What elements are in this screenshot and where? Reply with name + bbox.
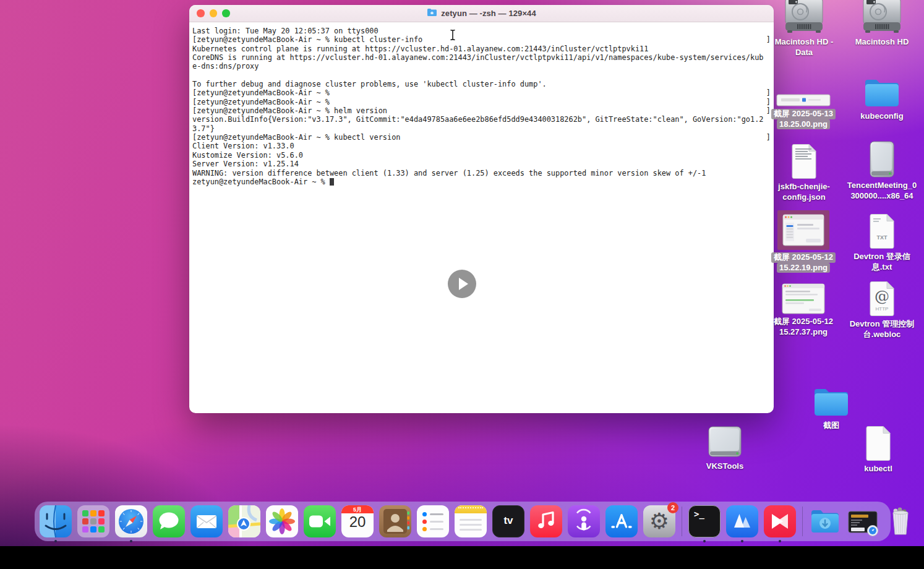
running-indicator-dot — [779, 540, 781, 542]
dock-item-red-media-app-icon[interactable] — [764, 505, 796, 537]
terminal-output[interactable]: Last login: Tue May 20 12:05:37 on ttys0… — [189, 22, 774, 186]
thumb-wide-icon — [776, 79, 831, 106]
window-titlebar[interactable]: zetyun — -zsh — 129×44 — [189, 5, 774, 22]
ext-drive-icon — [868, 140, 896, 178]
video-play-button[interactable] — [448, 270, 476, 298]
desktop-icon-kubectl-file[interactable]: kubectl — [836, 423, 920, 474]
folder-icon — [812, 382, 850, 418]
desktop-icon-label: kubectl — [862, 464, 895, 474]
terminal-line: zetyun@zetyundeMacBook-Air ~ % — [192, 178, 771, 186]
desktop-icon-screenshot-2025-05-13-18-25-00-png[interactable]: 截屏 2025-05-1318.25.00.png — [761, 79, 845, 129]
terminal-line: Kustomize Version: v5.6.0 — [192, 151, 771, 160]
terminal-line: 3.7"} — [192, 124, 771, 133]
terminal-line: Kubernetes control plane is running at h… — [192, 45, 771, 53]
terminal-line: version.BuildInfo{Version:"v3.17.3", Git… — [192, 115, 771, 124]
desktop-icon-label: 截屏 2025-05-1318.25.00.png — [771, 109, 836, 129]
desktop-icon-label: Devtron 登录信息.txt — [851, 252, 913, 272]
dock-item-terminal-icon[interactable]: >_ — [688, 505, 721, 537]
desktop-icon-label: kubeconfig — [858, 111, 905, 122]
zoom-button[interactable] — [222, 9, 230, 17]
dock-item-maps-icon[interactable] — [228, 505, 260, 537]
play-triangle-icon — [459, 278, 468, 290]
terminal-line — [192, 71, 771, 80]
desktop-icon-screenshot-2025-05-12-15-22-19-png[interactable]: 截屏 2025-05-1215.22.19.png — [761, 208, 845, 273]
dock-item-trash-full-icon[interactable] — [884, 505, 917, 537]
desktop-icon-macintosh-hd-data[interactable]: Macintosh HD -Data — [762, 0, 846, 58]
dock-item-safari-icon[interactable] — [115, 505, 147, 537]
ext-drive-h-icon — [706, 423, 743, 459]
dock-item-contacts-icon[interactable] — [379, 505, 411, 537]
folder-icon — [863, 73, 901, 109]
dock-item-minimized-safari-window-icon[interactable] — [847, 505, 879, 537]
desktop-icon-vkstools-drive[interactable]: VKSTools — [683, 423, 767, 472]
dock-item-reminders-icon[interactable] — [417, 505, 449, 537]
terminal-window[interactable]: zetyun — -zsh — 129×44 Last login: Tue M… — [189, 5, 774, 413]
desktop-icon-label: TencentMeeting_0300000....x86_64 — [845, 181, 919, 201]
thumb-shot-icon — [777, 208, 829, 250]
dock-item-notes-icon[interactable] — [455, 505, 487, 537]
close-button[interactable] — [197, 9, 205, 17]
terminal-line: e-dns:dns/proxy — [192, 62, 771, 71]
dock-item-tencent-meeting-icon[interactable] — [726, 505, 758, 537]
desktop-icon-jskfb-chenjie-config-json[interactable]: jskfb-chenjie-config.json — [762, 141, 846, 202]
dock-item-podcasts-icon[interactable] — [568, 505, 600, 537]
notification-badge: 2 — [667, 502, 678, 513]
desktop: zetyun — -zsh — 129×44 Last login: Tue M… — [0, 0, 924, 569]
terminal-line: [zetyun@zetyundeMacBook-Air ~ %] — [192, 98, 771, 106]
desktop-icon-kubeconfig-folder[interactable]: kubeconfig — [840, 73, 924, 122]
running-indicator-dot — [54, 540, 57, 542]
dock-item-launchpad-icon[interactable] — [77, 505, 109, 537]
dock: 5月 20 tv ⚙ 2 >_ — [35, 502, 891, 541]
terminal-line: [zetyun@zetyundeMacBook-Air ~ % kubectl … — [192, 35, 771, 44]
window-title: zetyun — -zsh — 129×44 — [441, 9, 536, 18]
internal-drive-icon — [784, 0, 824, 35]
dock-item-facetime-icon[interactable] — [304, 505, 336, 537]
minimize-button[interactable] — [210, 9, 218, 17]
doc-webloc-icon: @ HTTP — [868, 278, 896, 317]
prompt-glyph: >_ — [694, 509, 704, 519]
doc-blank-icon — [864, 423, 892, 461]
dock-item-messages-icon[interactable] — [153, 505, 185, 537]
thumb-white-icon — [782, 282, 825, 314]
dock-item-music-icon[interactable] — [530, 505, 562, 537]
desktop-icon-macintosh-hd[interactable]: Macintosh HD — [840, 0, 924, 48]
calendar-day-label: 20 — [341, 513, 374, 531]
desktop-icon-label: Devtron 管理控制台.webloc — [847, 319, 917, 340]
dock-item-finder-icon[interactable] — [40, 505, 72, 537]
running-indicator-dot — [130, 540, 132, 542]
svg-text:TXT: TXT — [877, 234, 888, 241]
terminal-line: CoreDNS is running at https://vcluster.h… — [192, 53, 771, 62]
dock-item-calendar-icon[interactable]: 5月 20 — [341, 505, 374, 537]
dock-divider — [682, 507, 682, 536]
doc-json-icon — [790, 141, 818, 179]
home-folder-icon — [427, 8, 437, 19]
traffic-lights — [197, 5, 230, 22]
letterbox-bar — [0, 546, 924, 569]
dock-item-appstore-icon[interactable] — [605, 505, 638, 537]
terminal-line: [zetyun@zetyundeMacBook-Air ~ % kubectl … — [192, 133, 771, 142]
running-indicator-dot — [741, 540, 743, 542]
desktop-icon-label: Macintosh HD — [853, 37, 912, 48]
desktop-icon-screenshot-2025-05-12-15-27-37-png[interactable]: 截屏 2025-05-1215.27.37.png — [761, 282, 845, 337]
terminal-line: Client Version: v1.33.0 — [192, 142, 771, 150]
dock-item-mail-icon[interactable] — [190, 505, 223, 537]
internal-drive-icon — [862, 0, 902, 35]
dock-item-settings-icon[interactable]: ⚙ 2 — [643, 505, 675, 537]
desktop-icon-label: VKSTools — [704, 461, 746, 472]
terminal-line: To further debug and diagnose cluster pr… — [192, 80, 771, 88]
terminal-line: Server Version: v1.25.14 — [192, 160, 771, 168]
desktop-icon-devtron-console-webloc[interactable]: @ HTTPDevtron 管理控制台.webloc — [840, 278, 924, 340]
svg-text:@: @ — [875, 288, 889, 305]
dock-item-downloads-folder-icon[interactable] — [809, 505, 841, 537]
doc-txt-icon: TXT — [868, 211, 896, 249]
desktop-icon-label: jskfb-chenjie-config.json — [776, 182, 832, 202]
dock-divider — [802, 507, 803, 536]
desktop-icon-label: 截屏 2025-05-1215.22.19.png — [771, 252, 836, 273]
tv-logo-label: tv — [493, 515, 524, 527]
terminal-line: [zetyun@zetyundeMacBook-Air ~ %] — [192, 88, 771, 97]
desktop-icon-label: Macintosh HD -Data — [772, 37, 836, 58]
desktop-icon-devtron-login-info-txt[interactable]: TXTDevtron 登录信息.txt — [840, 211, 924, 272]
dock-item-photos-icon[interactable] — [266, 505, 298, 537]
dock-item-appletv-icon[interactable]: tv — [492, 505, 524, 537]
desktop-icon-tencentmeeting-installer[interactable]: TencentMeeting_0300000....x86_64 — [840, 140, 924, 201]
